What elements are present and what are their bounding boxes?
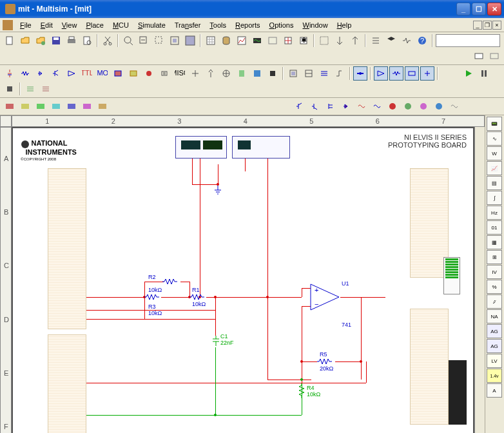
instr-multimeter[interactable]: 📟 [487,117,502,131]
probe-11-button[interactable] [447,99,461,113]
mixed-button[interactable] [126,66,141,81]
menu-file[interactable]: File [15,19,36,31]
menu-window[interactable]: Window [298,19,332,31]
menu-place[interactable]: Place [81,19,108,31]
probe-6-button[interactable] [370,99,384,113]
elvis-2-button[interactable] [18,99,32,113]
resistor-r5[interactable] [317,358,334,365]
instr-agilent1[interactable]: AG [487,324,502,338]
resistor-r4[interactable] [298,383,305,400]
mdi-close-button[interactable]: × [492,21,501,30]
open-button[interactable] [18,34,32,48]
interactive2-button[interactable] [374,66,388,81]
mdi-minimize-button[interactable]: _ [473,21,482,30]
print-button[interactable] [64,34,79,48]
hierarch1-button[interactable] [286,66,300,81]
probe-10-button[interactable] [432,99,446,113]
forward-annotate-button[interactable] [348,34,362,48]
menu-tools[interactable]: Tools [205,19,231,31]
cmos-button[interactable]: CMOS [95,66,110,81]
instr-freq[interactable]: Hz [487,206,502,220]
menu-edit[interactable]: Edit [36,19,57,31]
close-button[interactable]: ✕ [487,3,501,15]
probe-8-button[interactable] [401,99,415,113]
transistor-button[interactable] [49,66,63,81]
elvis-4-button[interactable] [49,99,63,113]
postproc-button[interactable] [250,34,264,48]
instr-distortion[interactable]: % [487,280,502,294]
interactive1-button[interactable] [353,66,367,81]
proto-strip-right-bottom[interactable] [410,309,449,425]
schematic-canvas[interactable]: NATIONAL INSTRUMENTS ©COPYRIGHT 2008 NI … [12,127,474,433]
led-array[interactable] [443,257,460,294]
run-button[interactable] [461,66,476,81]
instrument-scope[interactable] [232,136,290,159]
basic-button[interactable] [18,66,32,81]
interactive5-button[interactable] [420,66,434,81]
rf-button[interactable] [204,66,218,81]
source-button[interactable] [3,66,17,81]
opamp-u1[interactable]: +− [309,283,340,311]
instr-network[interactable]: NA [487,309,502,323]
hierarch2-button[interactable] [302,66,316,81]
instr-agilent2[interactable]: AG [487,339,502,353]
instr-wattmeter[interactable]: W [487,146,502,160]
database-button[interactable] [219,34,233,48]
zoom-in-button[interactable] [121,34,135,48]
advanced-button[interactable] [188,66,202,81]
resistor-r3[interactable] [144,294,161,300]
instr-volt[interactable]: 1.4v [487,369,502,383]
ni-comp-button[interactable] [250,66,264,81]
mcu-button[interactable] [266,66,280,81]
settings1-button[interactable] [23,82,37,96]
bus-button[interactable] [317,66,331,81]
elvis-7-button[interactable] [95,99,110,113]
menu-help[interactable]: Help [333,19,356,31]
resistor-r2[interactable] [162,278,179,285]
zoom-fit-button[interactable] [168,34,182,48]
elvis-5-button[interactable] [64,99,79,113]
proto-strip-left-bottom[interactable] [48,334,86,433]
instr-wordgen[interactable]: 01 [487,220,502,235]
indicator-button[interactable] [142,66,156,81]
menu-transfer[interactable]: Transfer [170,19,206,31]
interactive4-button[interactable] [405,66,419,81]
help-button[interactable]: ? [415,34,429,48]
probe-2-button[interactable] [308,99,322,113]
fullscreen-button[interactable] [183,34,197,48]
elvis-1-button[interactable] [3,99,17,113]
probe-5-button[interactable] [354,99,369,113]
instr-spectrum[interactable]: ⫽ [487,294,502,309]
zoom-out-button[interactable] [137,34,151,48]
probe-3-button[interactable] [324,99,338,113]
interactive3-button[interactable] [389,66,403,81]
resistor-r1[interactable] [189,294,206,300]
spreadsheet-button[interactable] [204,34,218,48]
mdi-restore-button[interactable]: ❐ [483,21,492,30]
menu-mcu[interactable]: MCU [108,19,133,31]
instr-scope[interactable]: 📈 [487,161,502,175]
settings2-button[interactable] [39,82,53,96]
instr-logic-analyzer[interactable]: ▦ [487,235,502,249]
ladder-button[interactable] [400,34,414,48]
new-button[interactable] [3,34,17,48]
grapher-button[interactable] [235,34,249,48]
proto-strip-left-top[interactable] [48,168,86,329]
diode-button[interactable] [34,66,48,81]
misc-button[interactable]: MISC [173,66,187,81]
instr-labview[interactable]: LV [487,354,502,368]
instr-iv[interactable]: IV [487,265,502,279]
breadboard-button[interactable] [266,34,280,48]
capacitor-c1[interactable] [211,336,220,346]
probe-4-button[interactable] [339,99,353,113]
instrument-multimeter[interactable] [175,136,227,159]
back-annotate-button[interactable] [333,34,347,48]
stop-button[interactable] [3,82,17,96]
inuse-list-button[interactable] [369,34,383,48]
print-preview-button[interactable] [80,34,94,48]
elvis-button[interactable] [472,49,486,63]
power-button[interactable] [157,66,171,81]
zoom-area-button[interactable] [152,34,166,48]
ni-button[interactable] [487,49,501,63]
instr-funcgen[interactable]: ∿ [487,131,502,146]
